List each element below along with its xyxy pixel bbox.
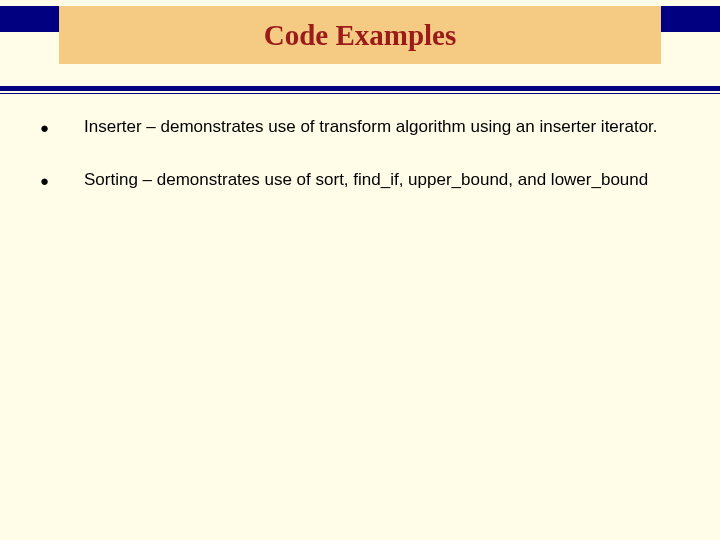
- bullet-text: Inserter – demonstrates use of transform…: [84, 116, 670, 139]
- bullet-icon: ●: [40, 169, 84, 191]
- divider-line: [0, 86, 720, 91]
- bullet-text: Sorting – demonstrates use of sort, find…: [84, 169, 670, 192]
- list-item: ● Inserter – demonstrates use of transfo…: [40, 116, 670, 139]
- title-box: Code Examples: [59, 6, 661, 64]
- slide: Code Examples ● Inserter – demonstrates …: [0, 0, 720, 540]
- slide-title: Code Examples: [264, 19, 457, 52]
- bullet-icon: ●: [40, 116, 84, 138]
- content-area: ● Inserter – demonstrates use of transfo…: [40, 116, 670, 222]
- list-item: ● Sorting – demonstrates use of sort, fi…: [40, 169, 670, 192]
- title-area: Code Examples: [0, 0, 720, 64]
